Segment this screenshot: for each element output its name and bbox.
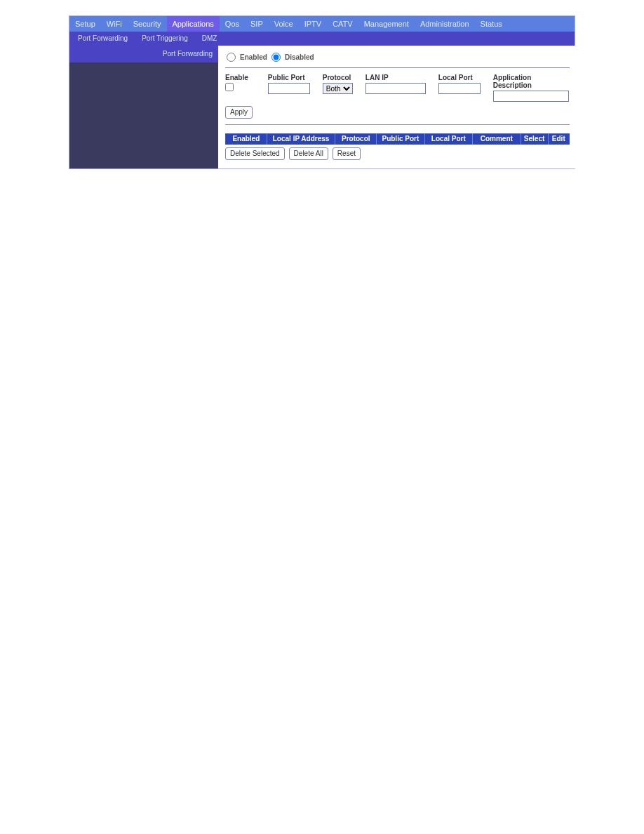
- th-local-port: Local Port: [425, 133, 473, 145]
- nav-applications[interactable]: Applications: [167, 16, 220, 32]
- router-admin-panel: Setup WiFi Security Applications Qos SIP…: [69, 15, 575, 169]
- nav-voice[interactable]: Voice: [269, 16, 299, 32]
- nav-administration[interactable]: Administration: [415, 16, 475, 32]
- delete-selected-button[interactable]: Delete Selected: [225, 147, 285, 160]
- nav-setup[interactable]: Setup: [69, 16, 101, 32]
- label-protocol: Protocol: [323, 74, 351, 81]
- nav-management[interactable]: Management: [358, 16, 415, 32]
- label-app-desc: Application Description: [493, 74, 570, 89]
- nav-qos[interactable]: Qos: [220, 16, 245, 32]
- apply-button[interactable]: Apply: [225, 106, 253, 119]
- input-public-port[interactable]: [268, 83, 310, 94]
- input-local-port[interactable]: [438, 83, 481, 94]
- th-protocol: Protocol: [335, 133, 377, 145]
- checkbox-enable[interactable]: [225, 83, 234, 91]
- sub-nav: Port Forwarding Port Triggering DMZ: [69, 32, 575, 46]
- input-lan-ip[interactable]: [365, 83, 426, 94]
- nav-wifi[interactable]: WiFi: [101, 16, 128, 32]
- subnav-port-triggering[interactable]: Port Triggering: [135, 32, 195, 46]
- nav-status[interactable]: Status: [475, 16, 508, 32]
- form-row: Enable Public Port Protocol Both LAN IP …: [225, 71, 570, 103]
- content-area: Enabled Disabled Enable Public Port Prot…: [218, 46, 577, 168]
- th-select: Select: [521, 133, 549, 145]
- label-local-port: Local Port: [438, 74, 473, 81]
- subnav-dmz[interactable]: DMZ: [195, 32, 224, 46]
- rules-table-header: Enabled Local IP Address Protocol Public…: [225, 133, 570, 145]
- divider: [225, 67, 570, 68]
- label-public-port: Public Port: [268, 74, 305, 81]
- radio-disabled[interactable]: [271, 53, 281, 62]
- th-enabled: Enabled: [226, 133, 267, 145]
- radio-enabled-label: Enabled: [240, 53, 267, 61]
- nav-catv[interactable]: CATV: [327, 16, 358, 32]
- sidebar: Port Forwarding: [69, 46, 218, 168]
- subnav-port-forwarding[interactable]: Port Forwarding: [71, 32, 135, 46]
- nav-iptv[interactable]: IPTV: [299, 16, 327, 32]
- th-edit: Edit: [549, 133, 569, 145]
- main-nav: Setup WiFi Security Applications Qos SIP…: [69, 16, 575, 32]
- radio-enabled[interactable]: [227, 53, 236, 62]
- nav-security[interactable]: Security: [128, 16, 167, 32]
- delete-all-button[interactable]: Delete All: [289, 147, 328, 160]
- th-public-port: Public Port: [377, 133, 424, 145]
- divider-2: [225, 124, 570, 125]
- nav-sip[interactable]: SIP: [245, 16, 269, 32]
- sidebar-section-label: Port Forwarding: [69, 46, 218, 62]
- label-enable: Enable: [225, 74, 248, 81]
- radio-disabled-label: Disabled: [285, 53, 314, 61]
- label-lan-ip: LAN IP: [365, 74, 389, 81]
- select-protocol[interactable]: Both: [323, 83, 353, 94]
- th-comment: Comment: [473, 133, 521, 145]
- input-app-desc[interactable]: [493, 91, 569, 102]
- reset-button[interactable]: Reset: [333, 147, 361, 160]
- th-local-ip: Local IP Address: [267, 133, 336, 145]
- enable-radio-group: Enabled Disabled: [225, 48, 570, 66]
